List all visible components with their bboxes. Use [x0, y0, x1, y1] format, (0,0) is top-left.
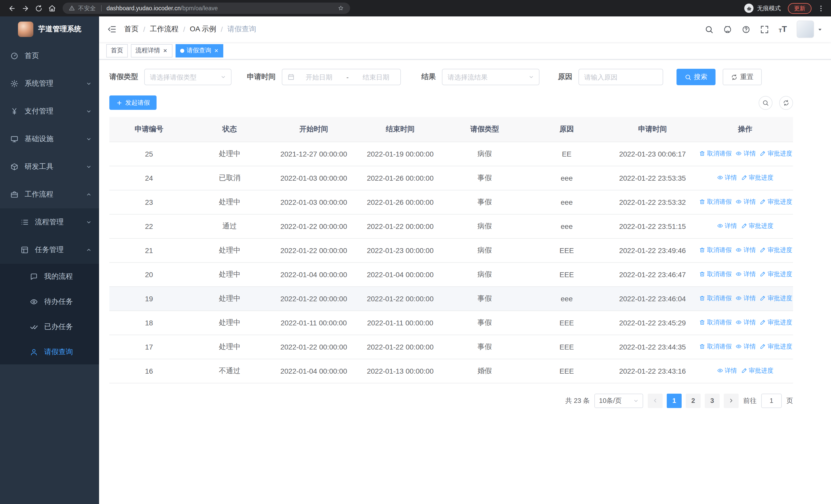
sidebar-item[interactable]: 首页 [0, 42, 99, 70]
progress-link[interactable]: 审批进度 [760, 342, 792, 351]
user-menu[interactable] [797, 21, 823, 38]
sidebar-item[interactable]: 已办任务 [0, 314, 99, 339]
progress-link[interactable]: 审批进度 [760, 246, 792, 255]
sidebar-item[interactable]: 流程管理 [0, 208, 99, 236]
cell-start_time: 2022-01-22 00:00:00 [271, 335, 357, 359]
sidebar-item-label: 任务管理 [35, 245, 82, 255]
progress-link[interactable]: 审批进度 [760, 198, 792, 206]
breadcrumb-item[interactable]: 首页 [124, 25, 139, 34]
chevron-down-icon [528, 74, 534, 80]
detail-link[interactable]: 详情 [736, 149, 756, 158]
done-task-icon [30, 323, 38, 331]
page-button[interactable]: 1 [667, 393, 682, 408]
goto-page-input[interactable] [761, 393, 782, 408]
search-button[interactable]: 搜索 [677, 69, 716, 85]
sidebar-item[interactable]: 系统管理 [0, 70, 99, 97]
cell-apply_time: 2022-01-22 23:45:29 [608, 310, 697, 335]
progress-link[interactable]: 审批进度 [741, 174, 773, 182]
tab-item[interactable]: 首页 [106, 44, 128, 57]
progress-icon [760, 151, 766, 157]
detail-link[interactable]: 详情 [736, 246, 756, 255]
browser-menu-button[interactable] [815, 2, 826, 15]
address-bar[interactable]: 不安全 dashboard.yudao.iocoder.cn/bpm/oa/le… [63, 3, 350, 14]
sidebar-item[interactable]: 请假查询 [0, 339, 99, 364]
tab-item[interactable]: 流程详情× [131, 44, 172, 57]
progress-link[interactable]: 审批进度 [760, 318, 792, 327]
progress-link[interactable]: 审批进度 [760, 270, 792, 279]
table-row: 18处理中2022-01-11 00:00:002022-01-11 00:00… [109, 310, 793, 335]
toggle-search-button[interactable] [758, 96, 773, 110]
end-date-input[interactable] [352, 73, 400, 81]
cancel-link[interactable]: 取消请假 [699, 294, 732, 303]
browser-home-button[interactable] [45, 2, 58, 15]
next-page-button[interactable] [724, 393, 739, 408]
refresh-table-button[interactable] [779, 96, 793, 110]
start-date-input[interactable] [295, 73, 343, 81]
detail-link[interactable]: 详情 [736, 294, 756, 303]
apply-time-range-picker[interactable]: - [282, 69, 401, 85]
detail-link[interactable]: 详情 [717, 366, 737, 375]
page-button[interactable]: 3 [705, 393, 720, 408]
detail-link[interactable]: 详情 [736, 198, 756, 206]
detail-link[interactable]: 详情 [736, 270, 756, 279]
page-button[interactable]: 2 [686, 393, 700, 408]
collapse-sidebar-button[interactable] [107, 25, 116, 34]
cancel-link[interactable]: 取消请假 [699, 198, 732, 206]
detail-link[interactable]: 详情 [717, 222, 737, 231]
sidebar-item-label: 请假查询 [44, 347, 92, 356]
header-search-button[interactable] [705, 25, 713, 34]
docs-help-button[interactable] [742, 25, 750, 34]
result-select[interactable] [442, 69, 540, 85]
column-header: 原因 [525, 117, 608, 142]
detail-link[interactable]: 详情 [717, 174, 737, 182]
cancel-link[interactable]: 取消请假 [699, 246, 732, 255]
leave-type-select[interactable] [144, 69, 231, 85]
bookmark-star-button[interactable] [338, 5, 344, 11]
browser-back-button[interactable] [5, 2, 19, 15]
sidebar-item[interactable]: 工作流程 [0, 181, 99, 208]
progress-link[interactable]: 审批进度 [741, 222, 773, 231]
leave-type-select-input[interactable] [145, 73, 231, 81]
reason-input[interactable] [579, 73, 663, 81]
sidebar-item[interactable]: 研发工具 [0, 153, 99, 181]
cell-reason: EEE [525, 238, 608, 262]
detail-link[interactable]: 详情 [736, 318, 756, 327]
page-size-select[interactable]: 10条/页 [594, 393, 643, 408]
cell-apply_time: 2022-01-22 23:49:46 [608, 238, 697, 262]
sidebar-item[interactable]: 我的流程 [0, 264, 99, 289]
cancel-link[interactable]: 取消请假 [699, 318, 732, 327]
font-size-button[interactable]: TT [779, 25, 787, 33]
browser-forward-button[interactable] [19, 2, 32, 15]
payment-icon [10, 107, 19, 116]
detail-icon [736, 199, 742, 205]
reason-input-wrap[interactable] [578, 69, 663, 85]
sidebar-item[interactable]: 支付管理 [0, 97, 99, 125]
close-icon[interactable]: × [214, 47, 219, 54]
prev-page-button[interactable] [648, 393, 663, 408]
sidebar-item[interactable]: 待办任务 [0, 289, 99, 314]
progress-link[interactable]: 审批进度 [760, 149, 792, 158]
date-range-separator: - [343, 73, 352, 81]
progress-link[interactable]: 审批进度 [741, 366, 773, 375]
breadcrumb-item[interactable]: OA 示例 [190, 25, 216, 34]
browser-update-button[interactable]: 更新 [788, 3, 811, 13]
sidebar-item[interactable]: 任务管理 [0, 236, 99, 264]
browser-reload-button[interactable] [32, 2, 45, 15]
cancel-link[interactable]: 取消请假 [699, 270, 732, 279]
reset-button[interactable]: 重置 [723, 69, 762, 85]
chevron-right-icon [728, 397, 735, 404]
result-select-input[interactable] [442, 73, 539, 81]
progress-link[interactable]: 审批进度 [760, 294, 792, 303]
cancel-link[interactable]: 取消请假 [699, 149, 732, 158]
cell-id: 19 [109, 287, 189, 310]
fullscreen-button[interactable] [760, 25, 769, 34]
breadcrumb-item[interactable]: 工作流程 [150, 25, 179, 34]
tab-active[interactable]: 请假查询× [175, 44, 223, 57]
detail-link[interactable]: 详情 [736, 342, 756, 351]
create-leave-button[interactable]: 发起请假 [109, 95, 156, 110]
sidebar-item[interactable]: 基础设施 [0, 125, 99, 153]
close-icon[interactable]: × [163, 47, 168, 54]
logo-link[interactable]: 芋道管理系统 [0, 17, 99, 42]
github-link[interactable] [723, 25, 732, 34]
cancel-link[interactable]: 取消请假 [699, 342, 732, 351]
